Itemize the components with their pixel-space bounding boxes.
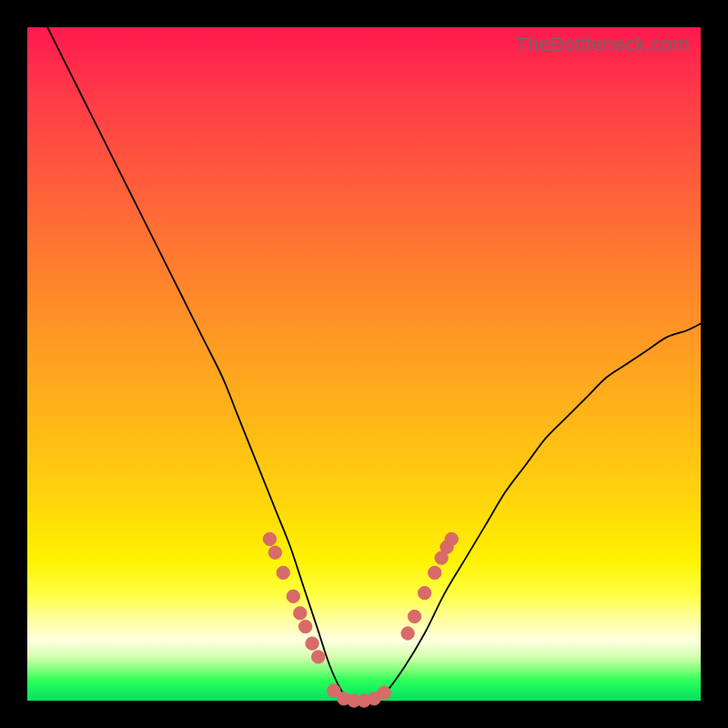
marker-dot [445,532,458,545]
marker-dot [263,532,276,545]
marker-dot [311,651,324,663]
marker-dot [294,607,307,620]
marker-dot [306,637,318,650]
marker-dot [287,590,299,602]
marker-dot [401,627,414,640]
plot-area: TheBottleneck.com [27,27,701,701]
marker-dot [418,586,430,599]
marker-dot [429,566,441,579]
chart-svg [27,27,701,701]
bottleneck-curve [47,27,701,702]
chart-frame: TheBottleneck.com [0,0,728,728]
marker-dot [378,686,390,699]
marker-dots [263,532,458,707]
marker-dot [298,620,311,632]
marker-dot [408,610,420,622]
marker-dot [268,546,281,559]
marker-dot [277,566,289,579]
